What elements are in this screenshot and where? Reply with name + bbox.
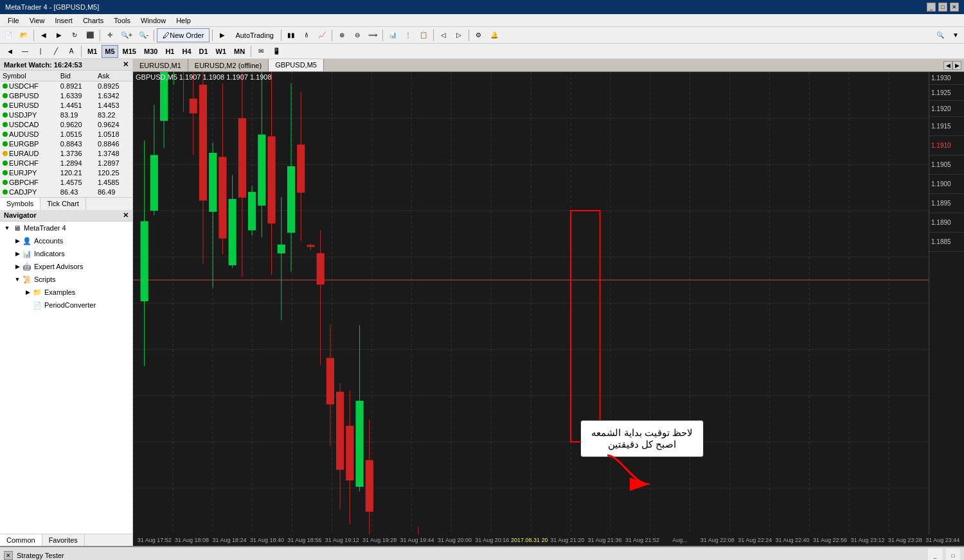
back-btn[interactable]: ◀: [37, 28, 51, 42]
stop-btn[interactable]: ⬛: [83, 28, 97, 42]
chart-type-line[interactable]: 📈: [315, 28, 329, 42]
chart-tab-eurusd-m1[interactable]: EURUSD,M1: [133, 59, 188, 71]
tf-h1[interactable]: H1: [162, 45, 177, 58]
zoom-chart-out[interactable]: ⊖: [350, 28, 364, 42]
tf-mn[interactable]: MN: [231, 45, 248, 58]
template-btn[interactable]: 📋: [416, 28, 431, 42]
navigator-close[interactable]: ✕: [123, 211, 129, 220]
tf-w1[interactable]: W1: [213, 45, 230, 58]
menu-tools[interactable]: Tools: [109, 15, 136, 26]
nav-tab-favorites[interactable]: Favorites: [42, 534, 85, 546]
col-bid: Bid: [58, 71, 95, 82]
mw-bid: 0.8843: [58, 139, 95, 149]
strategy-tester-close[interactable]: ✕: [4, 551, 13, 560]
chart-type-candle[interactable]: 🕯: [299, 28, 314, 42]
mw-tab-tick[interactable]: Tick Chart: [40, 198, 86, 210]
menu-view[interactable]: View: [24, 15, 50, 26]
main-content: Market Watch: 16:24:53 ✕ Symbol Bid Ask …: [0, 59, 964, 546]
annotation-arrow: [594, 452, 659, 491]
tree-period-converter[interactable]: 📄 PeriodConverter: [0, 299, 132, 311]
tree-metatrader4[interactable]: ▼ 🖥 MetaTrader 4: [0, 222, 132, 234]
zoom-out-btn[interactable]: 🔍-: [136, 28, 151, 42]
tf-m1[interactable]: M1: [84, 45, 100, 58]
expander-accounts: ▶: [13, 238, 22, 244]
close-btn[interactable]: ✕: [950, 3, 959, 12]
mw-bid: 1.0515: [58, 130, 95, 139]
tree-examples[interactable]: ▶ 📁 Examples: [0, 286, 132, 299]
col-ask: Ask: [95, 71, 132, 82]
market-watch-close[interactable]: ✕: [123, 60, 129, 69]
market-watch-row[interactable]: EURAUD 1.3736 1.3748: [0, 149, 132, 159]
market-watch-row[interactable]: USDJPY 83.19 83.22: [0, 110, 132, 120]
minimize-btn[interactable]: _: [927, 3, 936, 12]
market-watch-row[interactable]: EURCHF 1.2894 1.2897: [0, 159, 132, 168]
move-right[interactable]: ▷: [452, 28, 466, 42]
market-watch-row[interactable]: AUDUSD 1.0515 1.0518: [0, 130, 132, 139]
chart-tab-gbpusd-m5[interactable]: GBPUSD,M5: [269, 59, 324, 71]
move-left[interactable]: ◁: [436, 28, 451, 42]
open-btn[interactable]: 📂: [17, 28, 31, 42]
zoom-in-btn[interactable]: 🔍+: [118, 28, 135, 42]
market-watch-row[interactable]: GBPUSD 1.6339 1.6342: [0, 91, 132, 101]
new-btn[interactable]: 📄: [1, 28, 15, 42]
menu-insert[interactable]: Insert: [49, 15, 78, 26]
expert-run-btn[interactable]: ▶: [215, 28, 229, 42]
period-sep-btn[interactable]: ⋮: [401, 28, 415, 42]
tf-m30[interactable]: M30: [141, 45, 161, 58]
menu-charts[interactable]: Charts: [78, 15, 109, 26]
tree-accounts[interactable]: ▶ 👤 Accounts: [0, 234, 132, 247]
market-watch-row[interactable]: CADJPY 86.43 86.49: [0, 188, 132, 197]
tf-line-draw[interactable]: —: [18, 44, 32, 58]
tf-m5[interactable]: M5: [102, 45, 118, 58]
zoom-chart-in[interactable]: ⊕: [335, 28, 349, 42]
menu-file[interactable]: File: [3, 15, 24, 26]
scroll-end[interactable]: ⟹: [366, 28, 380, 42]
mw-symbol: EURGBP: [0, 139, 58, 149]
search-icon[interactable]: 🔍: [933, 28, 947, 42]
restore-btn[interactable]: □: [938, 3, 947, 12]
mw-symbol: EURAUD: [0, 149, 58, 159]
market-watch-row[interactable]: USDCHF 0.8921 0.8925: [0, 82, 132, 91]
tf-h4[interactable]: H4: [179, 45, 194, 58]
settings-btn[interactable]: ⚙: [472, 28, 486, 42]
auto-trading-btn[interactable]: AutoTrading: [231, 28, 278, 42]
more-btn[interactable]: ▼: [949, 28, 963, 42]
tf-trend[interactable]: ╱: [49, 44, 63, 58]
chart-type-bar[interactable]: ▮▮: [284, 28, 298, 42]
tf-text[interactable]: A: [64, 44, 78, 58]
market-watch-row[interactable]: EURGBP 0.8843 0.8846: [0, 139, 132, 149]
chart-tabs-right[interactable]: ▶: [952, 61, 961, 70]
crosshair-btn[interactable]: ✛: [103, 28, 117, 42]
tf-d1[interactable]: D1: [196, 45, 211, 58]
alert-btn[interactable]: 🔔: [487, 28, 501, 42]
chart-tab-eurusd-m2[interactable]: EURUSD,M2 (offline): [188, 59, 269, 71]
menu-window[interactable]: Window: [136, 15, 171, 26]
menu-help[interactable]: Help: [171, 15, 196, 26]
time-label: 31 Aug 21:20: [548, 537, 585, 543]
tf-arrow-left[interactable]: ◀: [3, 44, 17, 58]
market-watch-row[interactable]: USDCAD 0.9620 0.9624: [0, 120, 132, 130]
indicator-btn[interactable]: 📊: [386, 28, 400, 42]
time-label: 31 Aug 17:52: [136, 537, 173, 543]
tree-scripts[interactable]: ▼ 📜 Scripts: [0, 273, 132, 286]
market-watch-row[interactable]: GBPCHF 1.4575 1.4585: [0, 178, 132, 188]
tree-indicators[interactable]: ▶ 📊 Indicators: [0, 247, 132, 260]
refresh-btn[interactable]: ↻: [67, 28, 82, 42]
nav-tab-common[interactable]: Common: [0, 534, 42, 546]
tester-minimize[interactable]: _: [928, 548, 942, 560]
mw-tab-symbols[interactable]: Symbols: [0, 198, 40, 210]
tf-push[interactable]: 📱: [269, 44, 283, 58]
market-watch-row[interactable]: EURUSD 1.4451 1.4453: [0, 101, 132, 110]
time-label: 31 Aug 23:44: [924, 537, 961, 543]
navigator-header: Navigator ✕: [0, 210, 132, 222]
tf-email[interactable]: ✉: [254, 44, 268, 58]
market-watch-row[interactable]: EURJPY 120.21 120.25: [0, 168, 132, 178]
new-order-btn[interactable]: 🖊 New Order: [157, 28, 210, 42]
tf-m15[interactable]: M15: [120, 45, 139, 58]
tester-maximize[interactable]: □: [946, 548, 960, 560]
tf-hline[interactable]: |: [33, 44, 48, 58]
tree-experts[interactable]: ▶ 🤖 Expert Advisors: [0, 260, 132, 273]
chart-tabs-left[interactable]: ◀: [943, 61, 952, 70]
forward-btn[interactable]: ▶: [52, 28, 66, 42]
chart-wrapper: GBPUSD,M5 1.1907 1.1908 1.1907 1.1908 لا…: [133, 72, 929, 534]
